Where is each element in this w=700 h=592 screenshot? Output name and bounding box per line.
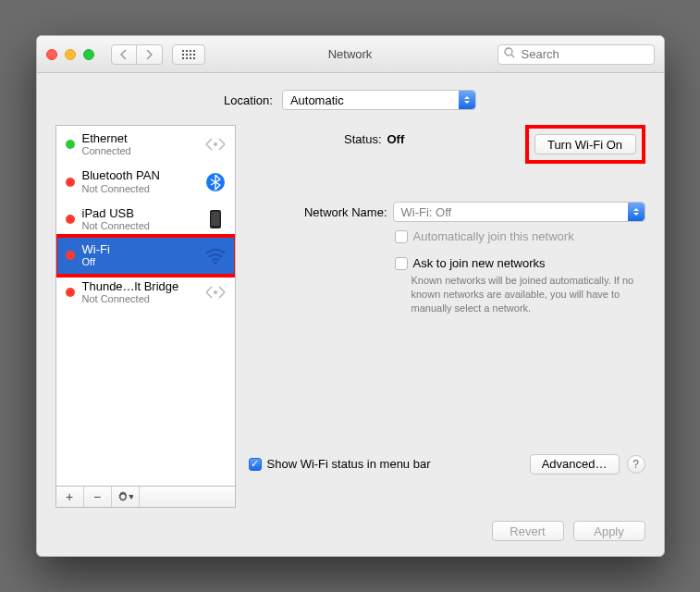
nav-back-forward (111, 44, 163, 65)
remove-service-button[interactable]: − (84, 487, 112, 507)
sidebar-item-status: Not Connected (82, 183, 196, 194)
bluetooth-icon (203, 171, 227, 193)
sidebar-item-label: Wi-Fi (82, 243, 196, 256)
titlebar: Network (37, 36, 664, 73)
turn-wifi-on-button[interactable]: Turn Wi-Fi On (534, 134, 636, 154)
svg-rect-7 (193, 54, 195, 56)
sidebar-item-ethernet[interactable]: Ethernet Connected (56, 126, 235, 163)
svg-rect-0 (182, 50, 184, 52)
service-actions-button[interactable] (112, 487, 140, 507)
annotation-highlight: Turn Wi-Fi On (525, 125, 645, 164)
svg-rect-2 (190, 50, 191, 52)
sidebar-item-wifi[interactable]: Wi-Fi Off (56, 237, 235, 274)
help-button[interactable]: ? (627, 455, 645, 474)
minimize-icon[interactable] (65, 49, 76, 60)
svg-rect-11 (193, 57, 195, 59)
ethernet-icon (203, 281, 227, 303)
footer-buttons: Revert Apply (55, 521, 645, 541)
svg-point-12 (505, 48, 512, 56)
auto-join-label: Automatically join this network (413, 229, 574, 243)
network-name-value: Wi-Fi: Off (401, 205, 452, 219)
wifi-icon (203, 244, 227, 266)
advanced-button[interactable]: Advanced… (530, 454, 620, 475)
svg-rect-4 (182, 54, 184, 56)
status-dot-icon (66, 178, 75, 187)
svg-rect-6 (190, 54, 191, 56)
back-button[interactable] (111, 44, 137, 65)
network-name-select[interactable]: Wi-Fi: Off (393, 202, 645, 222)
close-icon[interactable] (46, 49, 57, 60)
ask-join-label: Ask to join new networks (413, 256, 546, 270)
sidebar-item-status: Off (82, 256, 196, 267)
svg-rect-8 (182, 57, 184, 59)
sidebar-item-label: Ethernet (82, 132, 196, 145)
ipad-icon (203, 208, 227, 230)
ask-join-checkbox[interactable] (395, 257, 408, 270)
svg-line-13 (511, 55, 514, 57)
apply-button[interactable]: Apply (573, 521, 645, 541)
auto-join-row: Automatically join this network (395, 229, 645, 243)
sidebar-item-status: Not Connected (82, 293, 196, 304)
svg-rect-5 (186, 54, 188, 56)
network-name-row: Network Name: Wi-Fi: Off (249, 202, 645, 222)
location-select[interactable]: Automatic (282, 90, 476, 110)
chevron-updown-icon (459, 91, 475, 109)
detail-panel: Status: Off Turn Wi-Fi On Network Name: … (249, 125, 645, 508)
svg-rect-9 (186, 57, 188, 59)
status-value: Off (387, 132, 405, 146)
network-preferences-window: Network Location: Automatic (36, 35, 665, 557)
search-field[interactable] (497, 44, 655, 65)
location-label: Location: (224, 93, 273, 107)
status-dot-icon (66, 288, 75, 297)
status-label: Status: (249, 132, 387, 146)
revert-button[interactable]: Revert (492, 521, 564, 541)
show-menubar-checkbox[interactable]: ✓ (249, 458, 262, 471)
status-dot-icon (66, 215, 75, 224)
show-menubar-label: Show Wi-Fi status in menu bar (267, 457, 431, 471)
sidebar-item-ipad-usb[interactable]: iPad USB Not Connected (56, 201, 235, 238)
search-input[interactable] (520, 46, 648, 62)
sidebar-item-bluetooth-pan[interactable]: Bluetooth PAN Not Connected (56, 163, 235, 200)
service-sidebar: Ethernet Connected Bluetooth PAN Not Con… (55, 125, 236, 508)
sidebar-toolbar: + − (55, 486, 236, 508)
window-controls (46, 49, 94, 60)
add-service-button[interactable]: + (56, 487, 84, 507)
sidebar-item-thunderbolt-bridge[interactable]: Thunde…lt Bridge Not Connected (56, 274, 235, 311)
sidebar-item-label: Thunde…lt Bridge (82, 280, 196, 293)
auto-join-checkbox (395, 230, 408, 243)
network-name-label: Network Name: (249, 205, 387, 219)
status-dot-icon (66, 251, 75, 260)
sidebar-item-label: Bluetooth PAN (82, 169, 196, 182)
svg-point-19 (214, 290, 217, 294)
svg-point-18 (214, 262, 216, 265)
location-value: Automatic (290, 93, 344, 107)
sidebar-item-status: Not Connected (82, 220, 196, 231)
ask-join-row: Ask to join new networks (395, 256, 645, 270)
zoom-icon[interactable] (83, 49, 94, 60)
service-list[interactable]: Ethernet Connected Bluetooth PAN Not Con… (55, 125, 236, 486)
bottom-row: ✓ Show Wi-Fi status in menu bar Advanced… (249, 454, 645, 475)
ethernet-icon (203, 133, 227, 155)
sidebar-item-status: Connected (82, 145, 196, 156)
svg-rect-3 (193, 50, 195, 52)
ask-join-help-text: Known networks will be joined automatica… (411, 274, 643, 315)
svg-rect-1 (186, 50, 188, 52)
forward-button[interactable] (137, 44, 163, 65)
svg-rect-10 (190, 57, 191, 59)
svg-point-14 (214, 142, 217, 146)
search-icon (504, 47, 515, 61)
location-row: Location: Automatic (55, 90, 645, 110)
show-all-button[interactable] (172, 44, 205, 65)
svg-rect-17 (211, 212, 219, 226)
status-dot-icon (66, 140, 75, 149)
chevron-updown-icon (628, 203, 645, 221)
sidebar-item-label: iPad USB (82, 207, 196, 220)
